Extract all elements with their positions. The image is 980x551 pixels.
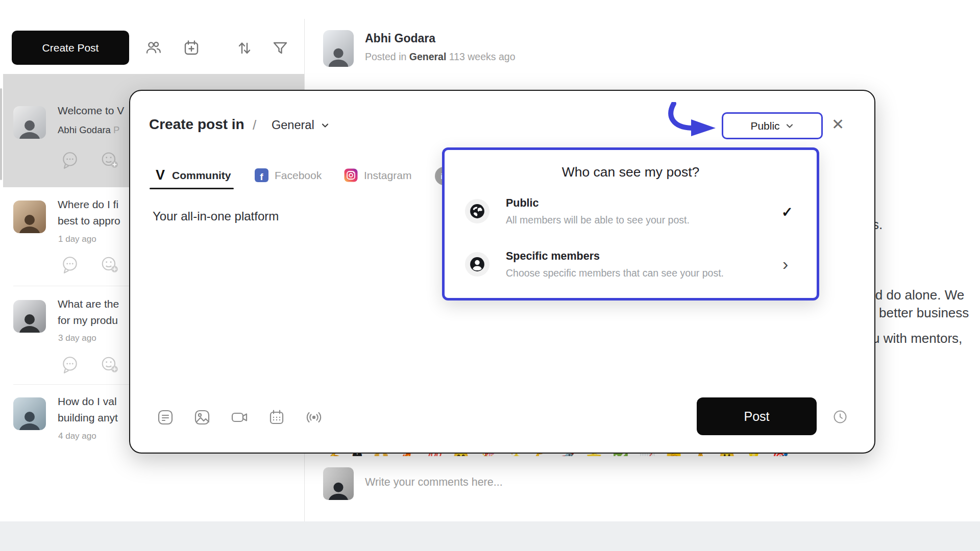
schedule-calendar-icon[interactable] — [268, 409, 285, 426]
video-icon[interactable] — [231, 409, 248, 426]
option-label: Specific members — [506, 250, 600, 263]
post-body-fragment: u with mentors, — [872, 331, 962, 346]
post-title-line2: for my produ — [58, 314, 118, 327]
post-title-line2: best to appro — [58, 215, 120, 227]
broadcast-icon[interactable] — [305, 409, 323, 426]
post-meta-partial: P — [113, 124, 119, 135]
facebook-icon: f — [255, 168, 268, 182]
active-tab-underline — [150, 188, 234, 189]
post-button[interactable]: Post — [697, 397, 817, 435]
post-title-line1: What are the — [58, 298, 119, 310]
chevron-down-icon — [785, 121, 794, 131]
clock-icon[interactable] — [832, 409, 848, 424]
sidebar-scrollbar[interactable] — [0, 88, 2, 180]
tab-community[interactable]: V Community — [156, 168, 231, 182]
space-selector[interactable]: General — [272, 118, 330, 132]
comment-icon[interactable] — [60, 151, 80, 170]
close-icon[interactable]: ✕ — [831, 117, 844, 132]
calendar-add-icon[interactable] — [183, 39, 200, 57]
create-post-label: Create Post — [42, 42, 99, 54]
avatar — [323, 467, 354, 500]
chevron-down-icon — [321, 121, 330, 130]
create-post-button[interactable]: Create Post — [12, 31, 129, 65]
tab-instagram-label: Instagram — [364, 169, 411, 182]
tab-instagram[interactable]: Instagram — [344, 168, 411, 182]
post-body-fragment: l better business — [872, 305, 969, 321]
feed-post-author[interactable]: Abhi Godara — [365, 32, 435, 45]
breadcrumb-separator: / — [253, 117, 256, 133]
check-icon: ✓ — [781, 204, 793, 220]
avatar — [13, 300, 46, 333]
chevron-right-icon: › — [782, 255, 788, 272]
option-label: Public — [506, 197, 539, 210]
comment-icon[interactable] — [60, 255, 80, 274]
avatar — [13, 106, 46, 139]
image-icon[interactable] — [193, 409, 211, 426]
funnel-icon[interactable] — [272, 39, 289, 57]
add-reaction-icon[interactable] — [100, 355, 119, 374]
post-body-fragment: ld do alone. We — [872, 287, 964, 303]
globe-icon — [465, 199, 489, 223]
page-bottom-band — [0, 521, 980, 551]
feed-post-category[interactable]: General — [409, 51, 447, 62]
posted-in-label: Posted in — [365, 51, 406, 62]
post-title: Welcome to V — [58, 105, 124, 117]
app-canvas: Create Post — [0, 0, 980, 551]
community-logo-icon: V — [156, 168, 165, 182]
post-time: 1 day ago — [58, 234, 96, 244]
avatar — [13, 397, 46, 430]
annotation-arrow — [664, 102, 721, 138]
post-author: Abhi Godara P — [58, 124, 119, 136]
tab-community-label: Community — [172, 169, 231, 182]
privacy-label: Public — [750, 120, 779, 132]
post-title-line1: How do I val — [58, 395, 117, 408]
sort-arrows-icon[interactable] — [236, 39, 253, 57]
comment-input[interactable]: Write your comments here... — [365, 476, 503, 489]
avatar — [323, 30, 354, 67]
post-title-line1: Where do I fi — [58, 198, 118, 211]
option-description: All members will be able to see your pos… — [506, 214, 690, 226]
post-time: 4 day ago — [58, 431, 96, 441]
post-button-label: Post — [744, 409, 769, 424]
add-reaction-icon[interactable] — [100, 255, 119, 274]
avatar — [13, 201, 46, 233]
privacy-option-specific-members[interactable]: Specific members Choose specific members… — [465, 250, 797, 286]
option-description: Choose specific members that can see you… — [506, 267, 724, 279]
comment-icon[interactable] — [60, 355, 80, 374]
poll-icon[interactable] — [157, 409, 174, 426]
popover-title: Who can see my post? — [445, 164, 817, 180]
post-time: 3 day ago — [58, 333, 96, 343]
privacy-popover: Who can see my post? Public All members … — [442, 147, 819, 300]
members-icon[interactable] — [145, 39, 162, 57]
feed-post-meta: Posted in General 113 weeks ago — [365, 51, 516, 63]
tab-facebook[interactable]: f Facebook — [255, 168, 322, 182]
person-icon — [465, 252, 489, 277]
privacy-selector-button[interactable]: Public — [722, 112, 823, 139]
post-title-line2: building anyt — [58, 412, 118, 424]
privacy-option-public[interactable]: Public All members will be able to see y… — [465, 197, 797, 233]
instagram-icon — [344, 168, 358, 182]
tab-facebook-label: Facebook — [275, 169, 322, 182]
add-reaction-icon[interactable] — [100, 151, 119, 170]
post-editor[interactable]: Your all-in-one platform — [153, 209, 279, 223]
feed-post-time: 113 weeks ago — [449, 51, 516, 62]
modal-title: Create post in — [149, 116, 244, 133]
